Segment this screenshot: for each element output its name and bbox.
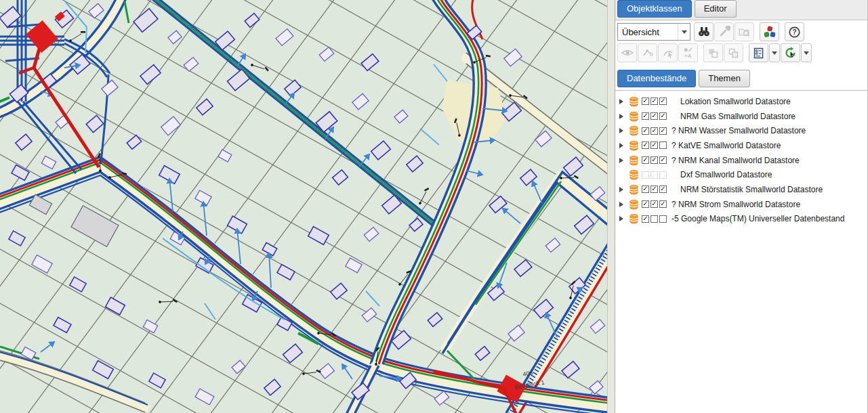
- svg-text:?: ?: [792, 28, 796, 36]
- text-annotation-icon: +A: [682, 47, 695, 59]
- datastore-icon: [628, 213, 640, 224]
- expand-arrow-icon[interactable]: [619, 128, 627, 133]
- visibility-checkbox: [650, 171, 658, 179]
- visibility-checkbox[interactable]: [659, 156, 667, 164]
- visibility-checkbox[interactable]: [650, 112, 658, 120]
- tab-datenbestaende[interactable]: Datenbestände: [617, 70, 696, 87]
- expand-arrow-icon[interactable]: [619, 172, 627, 177]
- visibility-checkbox-group: [642, 171, 667, 179]
- datastore-label: ? NRM Strom Smallworld Datastore: [671, 200, 800, 209]
- toolbar-row-2: +A: [617, 43, 866, 62]
- datastore-icon: [628, 96, 640, 107]
- visibility-checkbox[interactable]: [659, 127, 667, 135]
- tab-editor[interactable]: Editor: [695, 0, 737, 18]
- visibility-checkbox-group: [642, 186, 667, 193]
- map-view[interactable]: .rd22{stroke:#f4f1d7;stroke-width:22;fil…: [0, 0, 607, 413]
- folder-search-button: [735, 22, 754, 41]
- visibility-checkbox[interactable]: [642, 142, 649, 149]
- view-select[interactable]: Übersicht: [617, 23, 690, 41]
- visibility-checkbox-group: [642, 200, 667, 208]
- visibility-checkbox[interactable]: [642, 186, 649, 193]
- datastore-row[interactable]: ? KatVE Smallworld Datastore: [615, 138, 867, 153]
- map-canvas[interactable]: .rd22{stroke:#f4f1d7;stroke-width:22;fil…: [0, 0, 607, 413]
- form-view-menu-button[interactable]: [769, 43, 780, 62]
- panel-tabstrip: Objektklassen Editor: [615, 0, 867, 20]
- datastore-row[interactable]: ? NRM Kanal Smallworld Datastore: [615, 153, 867, 168]
- visibility-checkbox-group: [642, 215, 667, 223]
- visibility-checkbox[interactable]: [642, 127, 649, 135]
- visibility-checkbox-group: [642, 156, 667, 164]
- tab-themen[interactable]: Themen: [699, 70, 750, 87]
- view-select-arrow[interactable]: [678, 24, 690, 40]
- help-icon: ?: [788, 26, 801, 39]
- visibility-checkbox[interactable]: [642, 97, 649, 105]
- form-view-icon: [752, 47, 765, 60]
- refresh-menu-button[interactable]: [801, 43, 812, 62]
- view-select-value: Übersicht: [618, 27, 678, 37]
- visibility-checkbox[interactable]: [650, 200, 658, 208]
- tab-objektklassen[interactable]: Objektklassen: [617, 0, 692, 18]
- visibility-checkbox[interactable]: [659, 186, 667, 193]
- form-view-button[interactable]: [749, 43, 768, 62]
- visibility-checkbox[interactable]: [642, 156, 649, 164]
- visibility-checkbox[interactable]: [659, 112, 667, 120]
- visibility-checkbox[interactable]: [650, 186, 658, 193]
- curve-select-icon: [662, 47, 674, 59]
- visibility-checkbox[interactable]: [650, 142, 658, 149]
- datastore-row[interactable]: NRM Gas Smallworld Datastore: [615, 109, 867, 124]
- datastore-icon: [628, 199, 640, 210]
- expand-arrow-icon[interactable]: [619, 187, 627, 192]
- datastore-label: -5 Google Maps(TM) Universeller Datenbes…: [671, 214, 844, 223]
- datastore-row[interactable]: -5 Google Maps(TM) Universeller Datenbes…: [615, 212, 867, 227]
- datastore-icon: [628, 111, 640, 122]
- visibility-checkbox[interactable]: [642, 200, 649, 208]
- expand-arrow-icon[interactable]: [619, 216, 627, 221]
- visibility-checkbox[interactable]: [642, 215, 649, 223]
- datastore-list: Lokation Smallworld Datastore NRM Gas Sm…: [615, 90, 867, 413]
- refresh-menu-arrow: [804, 51, 809, 55]
- datastore-label: ? NRM Kanal Smallworld Datastore: [671, 156, 800, 165]
- help-button[interactable]: ?: [785, 22, 804, 41]
- vertex-edit-icon: [642, 47, 654, 59]
- datastore-row[interactable]: NRM Störstatistik Smallworld Datastore: [615, 182, 867, 197]
- expand-arrow-icon[interactable]: [619, 114, 627, 119]
- expand-arrow-icon[interactable]: [619, 202, 627, 207]
- visibility-checkbox[interactable]: [650, 215, 658, 223]
- svg-text:+A: +A: [684, 53, 692, 59]
- folder-search-icon: [738, 26, 751, 38]
- datastore-label: NRM Störstatistik Smallworld Datastore: [671, 185, 823, 194]
- visibility-checkbox[interactable]: [659, 97, 667, 105]
- object-cubes-icon: [763, 26, 777, 39]
- visibility-checkbox[interactable]: [650, 97, 658, 105]
- expand-arrow-icon[interactable]: [619, 99, 627, 104]
- visibility-checkbox[interactable]: [659, 142, 667, 149]
- send-backward-button: [724, 43, 743, 62]
- bring-forward-icon: [707, 47, 720, 59]
- datastore-row[interactable]: ? NRM Strom Smallworld Datastore: [615, 197, 867, 212]
- visibility-checkbox[interactable]: [650, 127, 658, 135]
- visibility-checkbox[interactable]: [642, 112, 649, 120]
- panel-subtabs: Datenbestände Themen: [615, 66, 867, 90]
- datastore-row[interactable]: Lokation Smallworld Datastore: [615, 94, 867, 109]
- expand-arrow-icon[interactable]: [619, 143, 627, 148]
- datastore-label: Dxf Smallworld Datastore: [671, 170, 772, 179]
- datastore-icon: [628, 125, 640, 136]
- datastore-icon: [628, 184, 640, 195]
- expand-arrow-icon[interactable]: [619, 158, 627, 163]
- datastore-row[interactable]: Dxf Smallworld Datastore: [615, 167, 867, 182]
- datastore-icon: [628, 155, 640, 166]
- visibility-checkbox-group: [642, 127, 667, 135]
- object-classes-button[interactable]: [760, 22, 779, 41]
- visibility-checkbox[interactable]: [650, 156, 658, 164]
- wrench-adjust-icon: [718, 26, 730, 38]
- visibility-checkbox[interactable]: [659, 200, 667, 208]
- datastore-label: ? NRM Wasser Smallworld Datastore: [671, 126, 806, 135]
- bring-forward-button: [703, 43, 723, 62]
- panel-splitter[interactable]: [607, 0, 615, 413]
- visibility-checkbox[interactable]: [659, 215, 667, 223]
- datastore-row[interactable]: ? NRM Wasser Smallworld Datastore: [615, 123, 867, 138]
- refresh-selection-button[interactable]: [781, 43, 800, 62]
- form-view-menu-arrow: [772, 51, 777, 55]
- search-button[interactable]: [694, 22, 714, 41]
- visibility-checkbox: [642, 171, 649, 179]
